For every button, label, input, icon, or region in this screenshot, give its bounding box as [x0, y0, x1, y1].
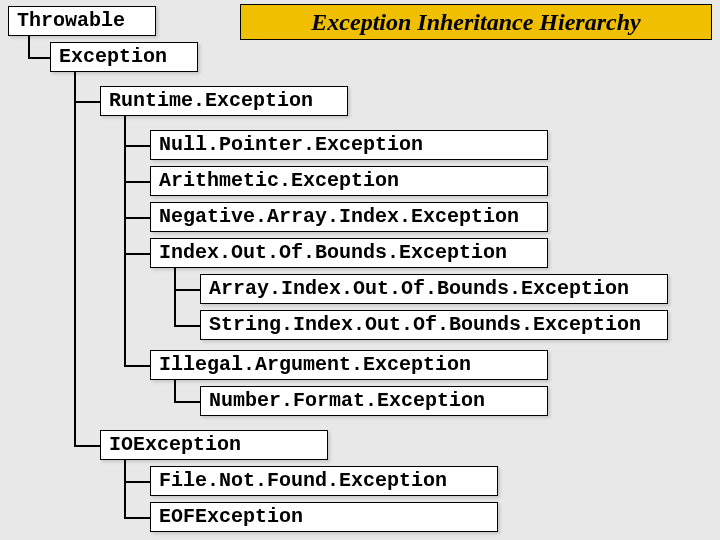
connector	[74, 445, 100, 447]
node-negativearrayindexexception: Negative.Array.Index.Exception	[150, 202, 548, 232]
connector	[124, 181, 150, 183]
connector	[174, 268, 176, 325]
connector	[174, 325, 200, 327]
node-filenotfoundexception: File.Not.Found.Exception	[150, 466, 498, 496]
connector	[124, 460, 126, 517]
node-arrayindexoutofboundsexception: Array.Index.Out.Of.Bounds.Exception	[200, 274, 668, 304]
node-nullpointerexception: Null.Pointer.Exception	[150, 130, 548, 160]
connector	[174, 289, 200, 291]
connector	[124, 145, 150, 147]
node-arithmeticexception: Arithmetic.Exception	[150, 166, 548, 196]
connector	[28, 57, 50, 59]
connector	[124, 116, 126, 365]
node-eofexception: EOFException	[150, 502, 498, 532]
connector	[74, 101, 100, 103]
node-ioexception: IOException	[100, 430, 328, 460]
diagram-title: Exception Inheritance Hierarchy	[240, 4, 712, 40]
node-exception: Exception	[50, 42, 198, 72]
node-stringindexoutofboundsexception: String.Index.Out.Of.Bounds.Exception	[200, 310, 668, 340]
connector	[174, 380, 176, 401]
connector	[124, 517, 150, 519]
node-throwable: Throwable	[8, 6, 156, 36]
connector	[124, 365, 150, 367]
connector	[124, 217, 150, 219]
connector	[174, 401, 200, 403]
node-numberformatexception: Number.Format.Exception	[200, 386, 548, 416]
connector	[28, 36, 30, 57]
connector	[124, 253, 150, 255]
node-indexoutofboundsexception: Index.Out.Of.Bounds.Exception	[150, 238, 548, 268]
connector	[74, 72, 76, 445]
connector	[124, 481, 150, 483]
node-illegalargumentexception: Illegal.Argument.Exception	[150, 350, 548, 380]
node-runtimeexception: Runtime.Exception	[100, 86, 348, 116]
